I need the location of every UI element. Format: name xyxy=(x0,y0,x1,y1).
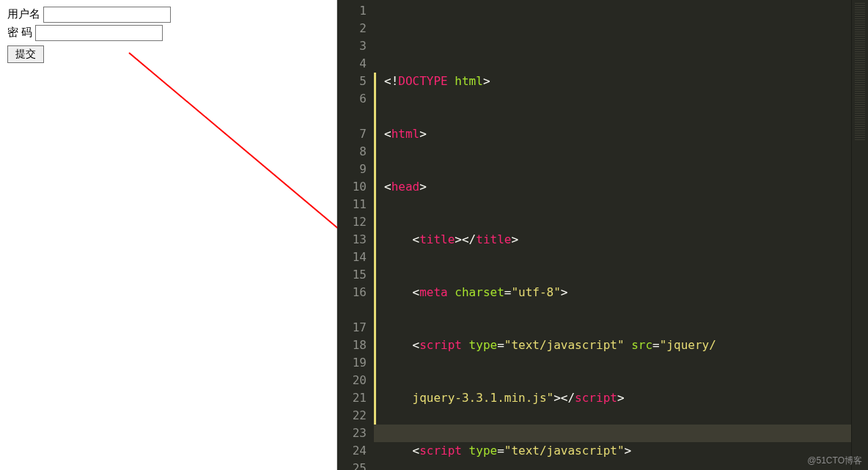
submit-button[interactable] xyxy=(7,45,44,63)
username-field[interactable] xyxy=(43,7,171,23)
password-field[interactable] xyxy=(35,25,163,41)
password-label: 密 码 xyxy=(7,26,32,38)
code-area[interactable]: <!DOCTYPE html> <html> <head> <title></t… xyxy=(374,0,851,470)
demo-form: 用户名 密 码 xyxy=(7,6,329,63)
active-line-highlight xyxy=(374,425,851,442)
browser-preview: 用户名 密 码 xyxy=(0,0,337,470)
line-gutter: 1234567891011121314151617181920212223242… xyxy=(337,0,374,470)
minimap[interactable] xyxy=(851,0,868,470)
watermark: @51CTO博客 xyxy=(807,455,862,467)
username-label: 用户名 xyxy=(7,7,40,20)
code-editor[interactable]: 1234567891011121314151617181920212223242… xyxy=(337,0,868,470)
change-marker xyxy=(374,73,376,425)
